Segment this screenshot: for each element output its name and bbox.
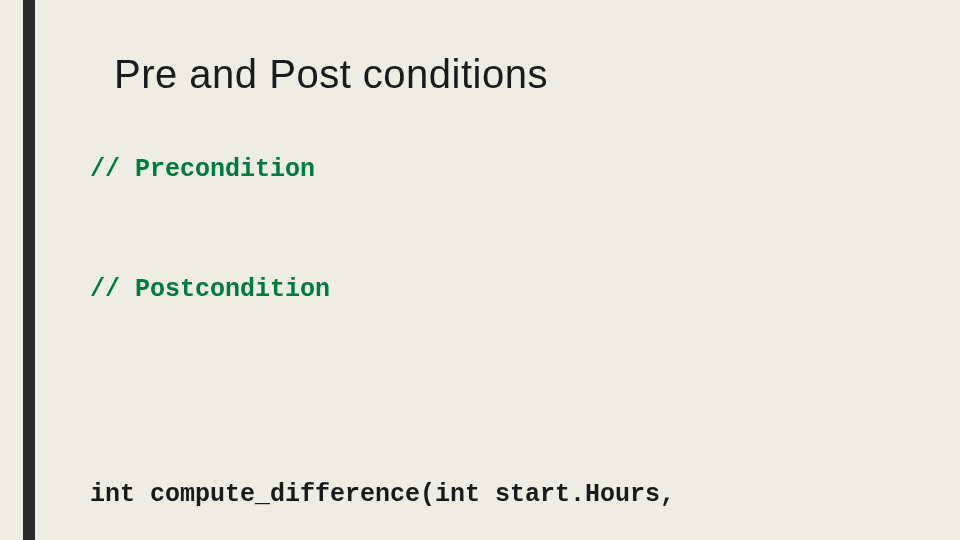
- function-signature: int compute_difference(int start.Hours, …: [90, 410, 855, 540]
- slide-title: Pre and Post conditions: [114, 52, 548, 97]
- precondition-comment: // Precondition: [90, 155, 315, 184]
- slide-accent-bar: [23, 0, 35, 540]
- slide-content: Pre and Post conditions // Precondition …: [90, 0, 940, 540]
- code-line-1: int compute_difference(int start.Hours,: [90, 478, 855, 512]
- postcondition-comment: // Postcondition: [90, 275, 330, 304]
